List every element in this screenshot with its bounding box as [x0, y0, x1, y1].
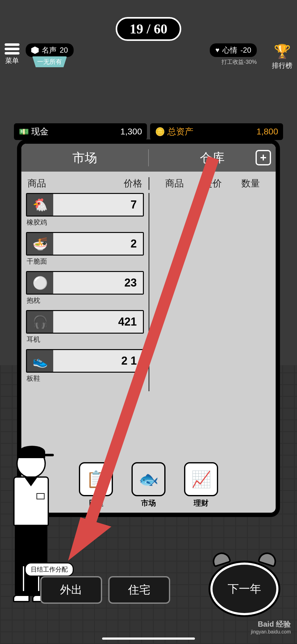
coin-icon: 🪙: [155, 127, 165, 137]
badge-icon: [37, 493, 45, 499]
cash-box: 💵 现金 1,300: [14, 123, 147, 140]
svg-marker-1: [68, 517, 111, 561]
panel-header: 市场 仓库 +: [21, 144, 276, 172]
fame-label: 名声: [42, 45, 57, 55]
tab-finance[interactable]: 📈 理财: [184, 462, 218, 508]
next-year-label: 下一年: [228, 581, 261, 597]
heart-icon: ♥: [215, 46, 219, 54]
mood-display: ♥ 心情 -20 打工收益-30%: [210, 43, 257, 66]
item-icon: 🍜: [27, 233, 53, 255]
col-item: 商品: [28, 177, 46, 190]
market-tab[interactable]: 市场: [21, 149, 149, 166]
market-item[interactable]: ⚪ 23 抱枕: [26, 271, 144, 308]
home-indicator: [102, 637, 195, 640]
cash-label: 现金: [31, 126, 49, 138]
cash-value: 1,300: [120, 127, 142, 137]
col-price: 价格: [124, 177, 142, 190]
alarm-body: 下一年: [210, 563, 278, 615]
watermark-logo: Baid 经验: [251, 619, 291, 629]
bottom-buttons: 外出 住宅: [40, 576, 170, 604]
market-list: 🐔 7 橡胶鸡 🍜 2 干脆面 ⚪ 23 抱枕: [26, 193, 148, 391]
tab-label: 理财: [194, 498, 209, 508]
market-item[interactable]: 👟 2 1 板鞋: [26, 349, 144, 386]
item-price: 2: [53, 233, 143, 255]
item-icon: 🎧: [27, 311, 53, 333]
mood-label: 心情: [222, 45, 237, 55]
next-year-button[interactable]: 下一年: [204, 553, 285, 615]
fish-icon: 🐟: [131, 462, 166, 496]
character-body: [13, 476, 49, 526]
fame-display: 名声 20 一无所有: [26, 43, 74, 67]
item-icon: 👟: [27, 350, 53, 372]
item-price: 23: [53, 272, 143, 294]
market-item[interactable]: 🍜 2 干脆面: [26, 232, 144, 269]
mood-penalty: 打工收益-30%: [222, 58, 257, 66]
age-display: 19 / 60: [116, 17, 181, 41]
money-row: 💵 现金 1,300 🪙 总资产 1,800: [14, 123, 283, 140]
add-button[interactable]: +: [256, 150, 271, 165]
watermark-url: jingyan.baidu.com: [251, 629, 291, 635]
item-name: 抱枕: [26, 295, 144, 308]
item-name: 板鞋: [26, 373, 144, 386]
col-cost: 进价: [203, 177, 222, 190]
item-price: 2 1: [53, 350, 143, 372]
speech-bubble: 日结工作分配: [25, 563, 74, 576]
top-bar: 菜单 名声 20 一无所有 ♥ 心情 -20 打工收益-30% 🏆 排行榜: [0, 43, 297, 67]
col-item-wh: 商品: [165, 177, 184, 190]
cash-icon: 💵: [19, 127, 29, 137]
item-name: 橡胶鸡: [26, 217, 144, 230]
tab-schedule[interactable]: 📋 日程: [79, 462, 113, 508]
item-name: 干脆面: [26, 256, 144, 269]
rank-label: 排行榜: [272, 61, 292, 70]
item-name: 耳机: [26, 334, 144, 347]
mood-value: -20: [240, 46, 251, 55]
col-qty: 数量: [241, 177, 260, 190]
fame-status: 一无所有: [32, 56, 67, 67]
alarm-bell-icon: [210, 550, 231, 567]
home-button[interactable]: 住宅: [108, 576, 170, 604]
ranking-button[interactable]: 🏆 排行榜: [272, 43, 292, 70]
hamburger-icon: [5, 43, 19, 55]
alarm-bell-icon: [257, 550, 278, 567]
chart-icon: 📈: [184, 462, 218, 496]
character-head: [16, 449, 46, 478]
assets-value: 1,800: [256, 127, 278, 137]
tab-label: 日程: [88, 498, 103, 508]
notepad-icon: 📋: [79, 462, 113, 496]
fame-icon: [31, 46, 39, 54]
item-icon: ⚪: [27, 272, 53, 294]
go-out-button[interactable]: 外出: [40, 576, 102, 604]
tab-market[interactable]: 🐟 市场: [131, 462, 166, 508]
market-item[interactable]: 🐔 7 橡胶鸡: [26, 193, 144, 230]
assets-label: 总资产: [167, 126, 193, 138]
tab-label: 市场: [141, 498, 156, 508]
item-icon: 🐔: [27, 194, 53, 216]
menu-label: 菜单: [5, 56, 19, 65]
market-item[interactable]: 🎧 421 耳机: [26, 310, 144, 347]
hat-icon: [19, 446, 45, 458]
trophy-icon: 🏆: [274, 43, 291, 59]
watermark: Baid 经验 jingyan.baidu.com: [251, 619, 291, 635]
warehouse-list: [148, 193, 271, 391]
assets-box: 🪙 总资产 1,800: [150, 123, 283, 140]
menu-button[interactable]: 菜单: [5, 43, 19, 65]
panel-tabs: 📋 日程 🐟 市场 📈 理财: [21, 462, 276, 508]
fame-value: 20: [60, 46, 68, 55]
column-headers: 商品 价格 商品 进价 数量: [21, 172, 276, 193]
item-price: 421: [53, 311, 143, 333]
item-price: 7: [53, 194, 143, 216]
